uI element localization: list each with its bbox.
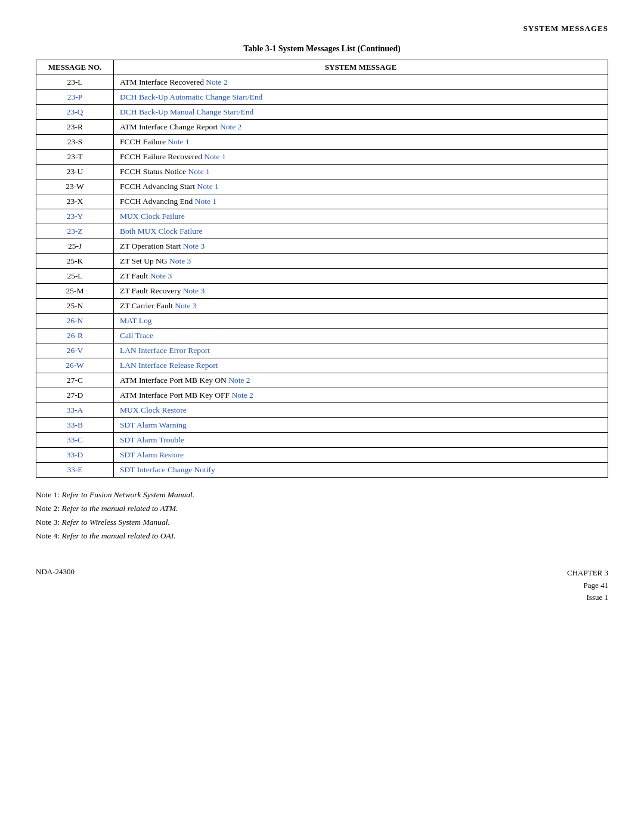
table-row-msg: Call Trace	[114, 329, 608, 343]
table-row-no: 25-J	[36, 239, 114, 254]
table-title: Table 3-1 System Messages List (Continue…	[36, 44, 608, 54]
footer-page: Page 41	[567, 580, 608, 592]
table-row-msg: DCH Back-Up Manual Change Start/End	[114, 105, 608, 120]
table-row-no: 23-P	[36, 90, 114, 105]
table-row-msg: FCCH Advancing End Note 1	[114, 194, 608, 209]
system-messages-table: MESSAGE NO. SYSTEM MESSAGE 23-LATM Inter…	[36, 60, 608, 478]
note-line: Note 3: Refer to Wireless System Manual.	[36, 516, 608, 529]
table-row-no: 25-L	[36, 269, 114, 284]
note-line: Note 2: Refer to the manual related to A…	[36, 502, 608, 516]
table-row-no: 25-N	[36, 299, 114, 314]
header-title: SYSTEM MESSAGES	[523, 24, 608, 33]
table-row-msg: ZT Operation Start Note 3	[114, 239, 608, 254]
table-row-msg: ZT Fault Recovery Note 3	[114, 284, 608, 299]
table-row-no: 25-K	[36, 254, 114, 269]
table-row-msg: MAT Log	[114, 314, 608, 329]
table-row-msg: SDT Alarm Restore	[114, 448, 608, 463]
footer-issue: Issue 1	[567, 592, 608, 604]
table-row-no: 23-U	[36, 165, 114, 179]
table-row-msg: ATM Interface Recovered Note 2	[114, 75, 608, 90]
table-row-no: 26-W	[36, 358, 114, 373]
table-row-msg: FCCH Status Notice Note 1	[114, 165, 608, 179]
table-row-msg: ATM Interface Port MB Key ON Note 2	[114, 373, 608, 388]
table-row-no: 33-E	[36, 463, 114, 478]
footer-left: NDA-24300	[36, 567, 75, 604]
table-row-no: 23-S	[36, 135, 114, 150]
table-row-no: 25-M	[36, 284, 114, 299]
table-row-no: 33-D	[36, 448, 114, 463]
col-header-msg-no: MESSAGE NO.	[36, 60, 114, 75]
table-row-no: 23-X	[36, 194, 114, 209]
table-row-msg: MUX Clock Failure	[114, 209, 608, 224]
page-footer: NDA-24300 CHAPTER 3 Page 41 Issue 1	[36, 567, 608, 604]
table-row-msg: ATM Interface Change Report Note 2	[114, 120, 608, 135]
table-row-msg: SDT Alarm Trouble	[114, 433, 608, 448]
footer-right: CHAPTER 3 Page 41 Issue 1	[567, 567, 608, 604]
table-row-msg: MUX Clock Restore	[114, 403, 608, 418]
table-row-no: 26-N	[36, 314, 114, 329]
table-row-msg: LAN Interface Error Report	[114, 343, 608, 358]
table-row-no: 27-D	[36, 388, 114, 403]
table-row-no: 23-L	[36, 75, 114, 90]
table-row-msg: SDT Interface Change Notify	[114, 463, 608, 478]
table-row-msg: DCH Back-Up Automatic Change Start/End	[114, 90, 608, 105]
table-row-no: 23-W	[36, 179, 114, 194]
table-row-no: 23-Q	[36, 105, 114, 120]
footer-chapter: CHAPTER 3	[567, 567, 608, 580]
table-row-no: 23-Z	[36, 224, 114, 239]
table-row-no: 23-R	[36, 120, 114, 135]
table-row-msg: FCCH Advancing Start Note 1	[114, 179, 608, 194]
table-row-no: 23-Y	[36, 209, 114, 224]
table-row-no: 33-C	[36, 433, 114, 448]
table-row-msg: FCCH Failure Recovered Note 1	[114, 150, 608, 165]
table-row-msg: Both MUX Clock Failure	[114, 224, 608, 239]
col-header-sys-msg: SYSTEM MESSAGE	[114, 60, 608, 75]
table-row-no: 33-B	[36, 418, 114, 433]
table-row-msg: ZT Set Up NG Note 3	[114, 254, 608, 269]
table-row-no: 26-R	[36, 329, 114, 343]
note-line: Note 4: Refer to the manual related to O…	[36, 529, 608, 543]
table-row-msg: SDT Alarm Warning	[114, 418, 608, 433]
table-row-no: 27-C	[36, 373, 114, 388]
table-row-no: 26-V	[36, 343, 114, 358]
note-line: Note 1: Refer to Fusion Network System M…	[36, 488, 608, 502]
notes-section: Note 1: Refer to Fusion Network System M…	[36, 488, 608, 543]
page-header: SYSTEM MESSAGES	[36, 24, 608, 33]
table-row-msg: FCCH Failure Note 1	[114, 135, 608, 150]
table-row-msg: ZT Carrier Fault Note 3	[114, 299, 608, 314]
table-row-msg: ATM Interface Port MB Key OFF Note 2	[114, 388, 608, 403]
table-row-msg: ZT Fault Note 3	[114, 269, 608, 284]
table-row-no: 23-T	[36, 150, 114, 165]
table-row-no: 33-A	[36, 403, 114, 418]
table-row-msg: LAN Interface Release Report	[114, 358, 608, 373]
